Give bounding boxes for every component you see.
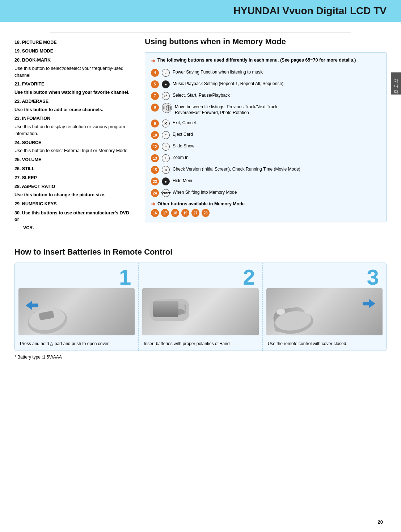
button-row-15: 15 ⏸ Check Version (Initial Screen), Che…: [151, 165, 380, 174]
sidebar-tab: 가 나 다: [391, 72, 401, 95]
step-1-svg: [18, 292, 69, 335]
step-1-number: 1: [18, 267, 135, 288]
item-21-desc: Use this button when watching your favor…: [14, 89, 130, 96]
other-arrow-icon: ➜: [151, 201, 155, 207]
button-row-8: 8 Move between file listings, Previous T…: [151, 103, 380, 116]
item-20-desc: Use this button to select/deselect your …: [14, 65, 130, 79]
item-29: 29. NUMERIC KEYS: [14, 201, 130, 208]
btn-desc-5: Music Playback Setting (Repeat 1, Repeat…: [173, 80, 283, 87]
btn-num-13: 13: [151, 154, 159, 162]
button-row-9: 9 ✕ Exit, Cancel: [151, 119, 380, 127]
btn-icon-dpad: [162, 103, 172, 113]
step-3-svg: [266, 292, 324, 335]
button-row-4: 4 ♩ Power Saving Function when listening…: [151, 68, 380, 77]
item-21: 21. FAVORITE: [14, 81, 130, 88]
item-30-cont: VCR.: [14, 225, 130, 231]
step-2-image: [142, 288, 258, 335]
button-row-7: 7 ↵ Select, Start, Pause/Playback: [151, 91, 380, 100]
item-25: 25. VOLUME: [14, 156, 130, 163]
header-title: HYUNDAI Vvuon Digital LCD TV: [233, 5, 387, 17]
item-19: 19. SOUND MODE: [14, 48, 130, 55]
btn-num-4: 4: [151, 69, 159, 77]
btn-num-5: 5: [151, 80, 159, 88]
other-btns-label: Other buttons available in Memory Mode: [157, 201, 245, 206]
svg-rect-10: [155, 305, 169, 314]
btn-num-15: 15: [151, 166, 159, 174]
memory-box: ➜ The following buttons are used differe…: [145, 52, 387, 223]
battery-section: How to Insert Batteries in Remote Contro…: [0, 240, 401, 367]
step-3-desc: Use the remote control with cover closed…: [266, 339, 383, 347]
btn-num-10: 10: [151, 131, 159, 139]
tab-label-3: 다: [393, 87, 399, 91]
other-btns-list: 16 17 18 19 27 28: [151, 209, 380, 217]
item-30: 30. Use this buttons to use other manufa…: [14, 210, 130, 223]
left-column: 18. PICTURE MODE 19. SOUND MODE 20. BOOK…: [14, 37, 130, 233]
other-btn-16: 16: [151, 209, 159, 217]
btn-desc-eject: Eject Card: [173, 130, 193, 138]
btn-icon-plus: +: [162, 154, 170, 162]
btn-desc-4: Power Saving Function when listening to …: [173, 68, 263, 75]
item-28: 28. ASPECT RATIO: [14, 183, 130, 190]
button-row-12: 12 − Slide Show: [151, 142, 380, 151]
item-26: 26. STILL: [14, 166, 130, 172]
btn-num-7: 7: [151, 92, 159, 100]
btn-icon-source: SOURCE: [162, 189, 170, 197]
tab-label-2: 나: [393, 81, 399, 85]
btn-num-24: 24: [151, 189, 159, 197]
step-2-svg: [142, 288, 200, 332]
item-20: 20. BOOK-MARK: [14, 57, 130, 64]
svg-point-5: [163, 107, 164, 108]
memory-intro-text: The following buttons are used different…: [157, 58, 356, 63]
other-btn-18: 18: [171, 209, 179, 217]
btn-icon-pause: ⏸: [162, 166, 170, 174]
btn-desc-zoom: Zoom In: [173, 154, 189, 161]
step-2-desc: Insert batteries with proper polarities …: [142, 339, 258, 347]
other-btn-27: 27: [191, 209, 199, 217]
item-24: 24. SOURCE: [14, 139, 130, 146]
item-18: 18. PICTURE MODE: [14, 39, 130, 46]
btn-num-8: 8: [151, 104, 159, 112]
btn-desc-shift: When Shifting into Memory Mode: [173, 188, 237, 196]
page-header: HYUNDAI Vvuon Digital LCD TV: [0, 0, 401, 22]
battery-steps-container: 1 Press and hold △ part and push to open…: [14, 263, 387, 351]
item-23-desc: Use this button to display resolution or…: [14, 123, 130, 137]
battery-title: How to Insert Batteries in Remote Contro…: [14, 247, 387, 257]
arrow-icon: ➜: [151, 58, 155, 64]
btn-icon-up: ↑: [162, 131, 170, 139]
svg-point-17: [174, 309, 185, 315]
battery-step-2: 2 Insert batteries with proper: [139, 263, 262, 351]
item-27: 27. SLEEP: [14, 175, 130, 181]
step-3-image: [266, 288, 383, 335]
step-1-image: [18, 288, 135, 335]
button-row-13: 13 + Zoom In: [151, 154, 380, 162]
svg-point-12: [157, 303, 168, 309]
btn-desc-hide: Hide Menu: [173, 177, 194, 184]
btn-icon-circle: ●: [162, 177, 170, 185]
item-23: 23. INFOMATION: [14, 115, 130, 122]
btn-icon-stop: ■: [162, 80, 170, 88]
step-2-number: 2: [142, 267, 258, 288]
btn-icon-music: ♩: [162, 69, 170, 77]
btn-desc-version: Check Version (Initial Screen), Check Ru…: [173, 165, 300, 172]
battery-step-1: 1 Press and hold △ part and push to open…: [15, 263, 139, 351]
btn-desc-8: Move between file listings, Previous Tra…: [175, 103, 279, 116]
svg-rect-13: [157, 306, 168, 312]
right-column: Using buttons when in Memory Mode ➜ The …: [145, 37, 387, 233]
btn-desc-slideshow: Slide Show: [173, 142, 194, 149]
other-btn-17: 17: [161, 209, 169, 217]
btn-num-12: 12: [151, 143, 159, 151]
page-number: 20: [378, 519, 383, 525]
step-1-desc: Press and hold △ part and push to open c…: [18, 339, 135, 347]
other-btn-19: 19: [181, 209, 189, 217]
tab-label-1: 가: [393, 76, 399, 80]
button-row-23: 23 ● Hide Menu: [151, 177, 380, 185]
other-btn-28: 28: [202, 209, 210, 217]
button-row-24: 24 SOURCE When Shifting into Memory Mode: [151, 188, 380, 197]
btn-icon-minus: −: [162, 143, 170, 151]
other-btns-title: ➜ Other buttons available in Memory Mode: [151, 201, 380, 207]
step-3-arrow-icon: [363, 299, 375, 308]
header-divider: [50, 33, 351, 33]
memory-intro: ➜ The following buttons are used differe…: [151, 58, 380, 64]
btn-icon-x: ✕: [162, 120, 170, 127]
btn-desc-7: Select, Start, Pause/Playback: [173, 91, 230, 99]
